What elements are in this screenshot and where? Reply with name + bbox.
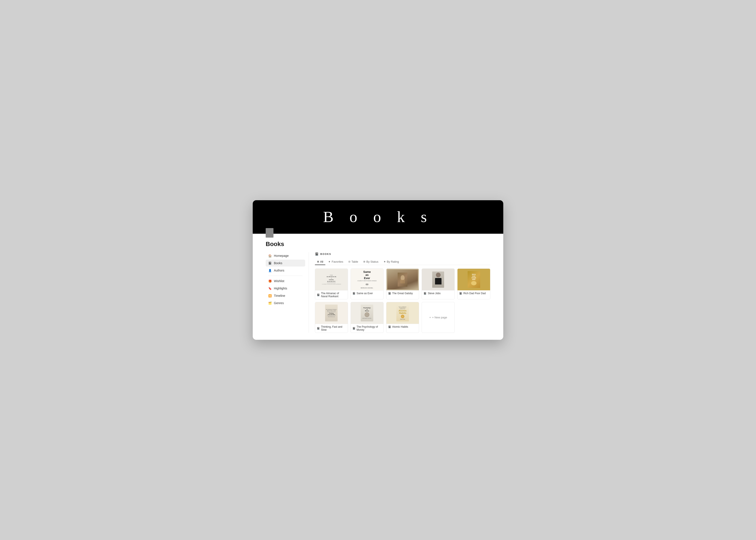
- tab-all[interactable]: ⊞ All: [315, 259, 325, 265]
- book-label-icon: 📓: [352, 292, 355, 295]
- atomic-top-text: Tiny Changes,Remarkable Results: [397, 306, 408, 310]
- book-cover-atomic: Tiny Changes,Remarkable Results AtomicHa…: [386, 302, 419, 324]
- book-cover-almanac: THE ALMANACK of NAVAL RAVIKANT A GUIDE T…: [315, 269, 348, 290]
- atomic-author: James Clear: [400, 319, 405, 320]
- sidebar-item-timeline[interactable]: 🔀 Timeline: [266, 292, 305, 299]
- atomic-title: AtomicHabits: [399, 310, 407, 314]
- book-title-gatsby: The Great Gatsby: [392, 292, 413, 295]
- same-cover-subtitle: A GUIDE TO WHAT NEVER CHANGES: [357, 280, 377, 281]
- books-panel: 📓 BOOKS ⊞ All ★ Favorites ⊟ Table: [309, 252, 490, 333]
- wishlist-icon: 🎁: [268, 279, 272, 283]
- book-card-same-as-ever[interactable]: SameasEver A GUIDE TO WHAT NEVER CHANGES…: [350, 268, 384, 299]
- book-card-psychology[interactable]: PsychologyofMoney ⊙ MORGAN HOUSEL 📓 The …: [350, 302, 384, 333]
- panel-header: 📓 BOOKS: [315, 252, 490, 256]
- book-cover-richdad: RICHDADPOORDAD: [457, 269, 490, 290]
- book-title-thinking: Thinking, Fast and Slow: [321, 325, 346, 331]
- book-label-icon: 📓: [388, 292, 391, 295]
- book-title-almanac: The Almanac of Naval Ravikant: [321, 292, 346, 298]
- book-label-icon: 📓: [459, 292, 462, 295]
- tab-favorites-label: Favorites: [331, 260, 343, 263]
- book-label-richdad: 📓 Rich Dad Poor Dad: [457, 290, 490, 296]
- tab-status-icon: ⊞: [363, 260, 365, 263]
- panel-header-title: BOOKS: [320, 253, 331, 255]
- book-label-atomic: 📓 Atomic Habits: [386, 324, 419, 330]
- book-label-icon: 📓: [352, 327, 355, 330]
- book-card-steve-jobs[interactable]: 📓 Steve Jobs: [422, 268, 455, 299]
- hero-title: B o o k s: [323, 208, 433, 226]
- new-page-button[interactable]: + + New page: [422, 302, 455, 333]
- books-icon: 📓: [268, 261, 272, 265]
- tab-table-label: Table: [351, 260, 358, 263]
- sidebar-item-label: Authors: [274, 269, 284, 272]
- sidebar-item-label: Books: [274, 261, 282, 265]
- panel-header-icon: 📓: [315, 252, 318, 256]
- genre-icon: 🗂️: [268, 301, 272, 305]
- thinking-divider: [327, 312, 336, 312]
- tab-table-icon: ⊟: [348, 260, 350, 263]
- book-label-same: 📓 Same as Ever: [351, 290, 383, 296]
- sidebar-item-highlights[interactable]: 🔖 Highlights: [266, 285, 305, 292]
- sidebar-item-label: Highlights: [274, 287, 287, 290]
- atomic-dot: [401, 315, 404, 318]
- sidebar-item-wishlist[interactable]: 🎁 Wishlist: [266, 278, 305, 285]
- sidebar-item-genres[interactable]: 🗂️ Genres: [266, 300, 305, 307]
- richdad-face: [471, 281, 476, 285]
- book-card-gatsby[interactable]: 📓 The Great Gatsby: [386, 268, 419, 299]
- tab-table[interactable]: ⊟ Table: [346, 259, 360, 265]
- main-content: Books 🏠 Homepage 📓 Books 👤 Authors: [253, 234, 503, 340]
- tab-by-status[interactable]: ⊞ By Status: [361, 259, 381, 265]
- thinking-inner: InternationalBestseller Thinking,Fast an…: [325, 305, 338, 322]
- psychology-circle: ⊙: [365, 312, 369, 317]
- sidebar-item-authors[interactable]: 👤 Authors: [266, 267, 305, 274]
- sidebar: 🏠 Homepage 📓 Books 👤 Authors 🎁 Wishlist: [266, 252, 309, 333]
- sidebar-item-homepage[interactable]: 🏠 Homepage: [266, 252, 305, 259]
- psychology-title: PsychologyofMoney: [363, 307, 371, 312]
- atomic-inner: Tiny Changes,Remarkable Results AtomicHa…: [396, 305, 409, 322]
- infinity-icon: ∞: [366, 282, 368, 287]
- sidebar-item-label: Genres: [274, 301, 284, 305]
- sidebar-item-books[interactable]: 📓 Books: [266, 260, 305, 267]
- tabs-bar: ⊞ All ★ Favorites ⊟ Table ⊞ By Status: [315, 259, 490, 265]
- book-label-icon: 📓: [424, 292, 427, 295]
- stevejobs-body: [435, 278, 441, 285]
- content-area: 🏠 Homepage 📓 Books 👤 Authors 🎁 Wishlist: [266, 252, 490, 333]
- tab-rating-icon: ★: [384, 260, 386, 263]
- book-label-icon: 📓: [317, 327, 320, 330]
- book-title-atomic: Atomic Habits: [392, 325, 408, 328]
- new-page-plus: +: [430, 316, 431, 319]
- sidebar-item-label: Timeline: [274, 294, 285, 297]
- tab-all-label: All: [320, 260, 323, 263]
- psychology-inner: PsychologyofMoney ⊙ MORGAN HOUSEL: [361, 305, 373, 322]
- book-label-almanac: 📓 The Almanac of Naval Ravikant: [315, 290, 348, 299]
- tab-all-icon: ⊞: [317, 260, 319, 263]
- book-cover-thinking: InternationalBestseller Thinking,Fast an…: [315, 302, 348, 324]
- tab-by-rating-label: By Rating: [387, 260, 399, 263]
- tab-favorites-icon: ★: [328, 260, 330, 263]
- same-cover-author: MORGAN HOUSEL: [361, 287, 373, 289]
- book-card-atomic[interactable]: Tiny Changes,Remarkable Results AtomicHa…: [386, 302, 419, 333]
- books-grid-row1: THE ALMANACK of NAVAL RAVIKANT A GUIDE T…: [315, 268, 490, 299]
- book-cover-stevejobs: [422, 269, 454, 290]
- home-icon: 🏠: [268, 254, 272, 257]
- book-label-psychology: 📓 The Psychology of Money: [351, 324, 383, 333]
- book-title-richdad: Rich Dad Poor Dad: [463, 292, 486, 295]
- sidebar-item-label: Wishlist: [274, 279, 284, 283]
- book-card-almanac[interactable]: THE ALMANACK of NAVAL RAVIKANT A GUIDE T…: [315, 268, 348, 299]
- book-cover-psychology: PsychologyofMoney ⊙ MORGAN HOUSEL: [351, 302, 383, 324]
- book-label-thinking: 📓 Thinking, Fast and Slow: [315, 324, 348, 333]
- book-cover-gatsby: [386, 269, 419, 290]
- book-label-icon: 📓: [388, 326, 391, 328]
- book-card-rich-dad[interactable]: RICHDADPOORDAD 📓 Rich Dad Poor Dad: [457, 268, 490, 299]
- book-title-same: Same as Ever: [357, 292, 373, 295]
- timeline-icon: 🔀: [268, 294, 272, 297]
- stevejobs-figure: [432, 272, 444, 288]
- thinking-divider2: [327, 316, 336, 316]
- tab-by-rating[interactable]: ★ By Rating: [381, 259, 401, 265]
- same-cover-title: SameasEver: [363, 270, 371, 280]
- book-label-stevejobs: 📓 Steve Jobs: [422, 290, 454, 296]
- book-card-thinking[interactable]: InternationalBestseller Thinking,Fast an…: [315, 302, 348, 333]
- hero-banner: B o o k s: [253, 200, 503, 234]
- book-title-psychology: The Psychology of Money: [357, 325, 382, 331]
- thinking-author: Daniel Kahneman: [328, 316, 335, 317]
- tab-favorites[interactable]: ★ Favorites: [326, 259, 345, 265]
